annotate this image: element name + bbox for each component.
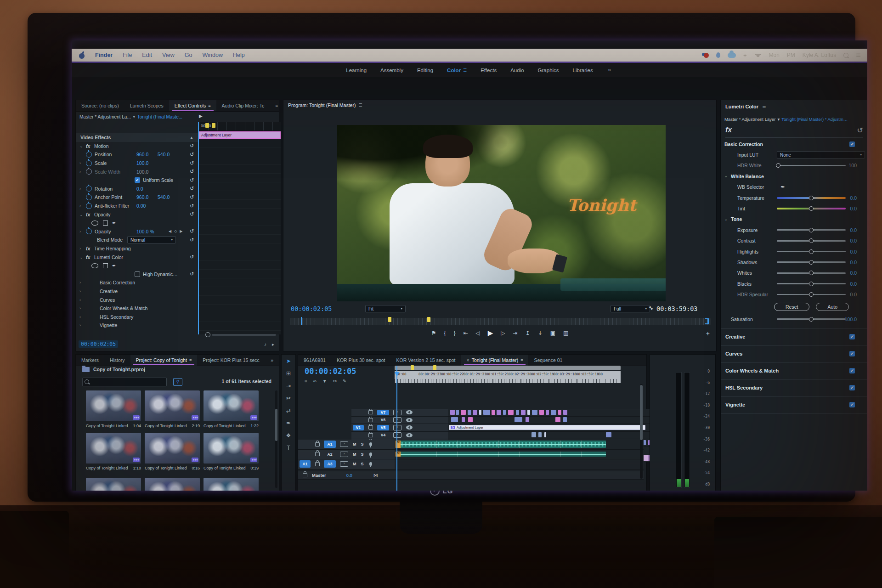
razor-tool[interactable]: ✂ — [282, 392, 295, 404]
param-opacity[interactable]: › Opacity 100.0 % ◀ ◇ ▶ ↺ — [76, 227, 198, 236]
lock-icon[interactable] — [315, 462, 320, 466]
param-uniform-scale[interactable]: ✔ Uniform Scale ↺ — [76, 176, 198, 185]
rect-mask-icon[interactable] — [103, 220, 108, 226]
section-vignette[interactable]: Vignette✔ — [721, 396, 867, 413]
timeline-clip[interactable] — [473, 410, 477, 415]
anti-flicker-value[interactable]: 0.00 — [136, 203, 146, 209]
stopwatch-icon[interactable] — [86, 228, 92, 234]
menu-help[interactable]: Help — [233, 52, 245, 58]
hdr-specular-slider[interactable] — [777, 294, 846, 295]
toggle-track-output-eye-icon[interactable] — [406, 418, 413, 422]
selection-tool[interactable]: ➤ — [282, 355, 295, 367]
clip-thumbnail[interactable] — [86, 478, 141, 491]
master-volume-value[interactable]: 0.0 — [346, 473, 352, 478]
highlights-value[interactable]: 0.0 — [850, 249, 857, 254]
input-lut-dropdown[interactable]: None ▾ — [777, 151, 865, 158]
ellipse-mask-icon[interactable] — [91, 220, 98, 226]
snap-icon[interactable]: ⌗ — [305, 379, 307, 384]
go-to-out-button[interactable]: ⇥ — [513, 330, 518, 336]
comparison-view-button[interactable]: ▥ — [563, 330, 568, 336]
audio-clip[interactable]: fx — [396, 441, 606, 448]
source-patch[interactable] — [353, 410, 364, 415]
clip-thumbnail[interactable] — [145, 478, 200, 491]
scale-width-value[interactable]: 100.0 — [136, 169, 148, 175]
project-item[interactable]: Copy of Tonight Linked...1:22 — [204, 390, 259, 428]
track-name-a1[interactable]: A1 — [324, 441, 336, 448]
track-name-a2[interactable]: A2 — [324, 451, 336, 458]
timeline-clip[interactable] — [606, 432, 611, 437]
effect-controls-tab-chev[interactable]: » — [270, 100, 279, 111]
export-frame-button[interactable]: ▣ — [550, 330, 555, 336]
workspace-overflow-icon[interactable]: » — [608, 67, 611, 73]
effect-controls-clip-header[interactable]: Master * Adjustment La... ▾ Tonight (Fin… — [76, 112, 200, 122]
timeline-clip[interactable] — [503, 410, 506, 415]
workspace-tab-graphics[interactable]: Graphics — [538, 68, 559, 73]
pen-tool[interactable]: ✒ — [282, 417, 295, 429]
reset-icon[interactable]: ↺ — [190, 271, 194, 277]
marker-icon[interactable] — [212, 123, 215, 128]
reset-icon[interactable]: ↺ — [190, 194, 194, 200]
program-ruler[interactable] — [290, 318, 711, 325]
section-curves[interactable]: Curves✔ — [721, 345, 867, 362]
timeline-clip[interactable] — [526, 417, 529, 422]
lumetri-title[interactable]: Lumetri Color ☰ — [725, 104, 766, 109]
effect-controls-timeline[interactable]: 00:00 Adjustment Layer — [198, 122, 281, 334]
effect-opacity-group[interactable]: ⌄ fx Opacity ↺ — [76, 210, 198, 219]
mark-out-button[interactable]: } — [453, 330, 455, 336]
section-color-wheels-match[interactable]: Color Wheels & Match✔ — [721, 362, 867, 379]
lumetri-subsection-basic-correction[interactable]: ›Basic Correction — [76, 278, 198, 287]
reset-button[interactable]: Reset — [774, 303, 809, 311]
resolution-dropdown[interactable]: Full ▾ — [611, 305, 650, 312]
wifi-icon[interactable] — [754, 53, 762, 58]
source-patch[interactable] — [300, 451, 311, 458]
clip-thumbnail[interactable] — [204, 433, 259, 464]
saturation-slider[interactable] — [777, 318, 846, 320]
lumetri-subsection-hsl-secondary[interactable]: ›HSL Secondary — [76, 312, 198, 321]
timeline-clip[interactable] — [563, 417, 567, 422]
checkbox-checked-icon[interactable]: ✔ — [849, 334, 855, 339]
whites-slider[interactable] — [777, 272, 846, 274]
sync-lock-icon[interactable]: › — [393, 432, 401, 438]
checkbox-checked-icon[interactable]: ✔ — [849, 141, 855, 147]
anchor-y-value[interactable]: 540.0 — [158, 194, 170, 200]
video-track-v7[interactable]: V7› — [351, 409, 680, 417]
panel-menu-icon[interactable]: ☰ — [762, 104, 766, 109]
reset-icon[interactable]: ↺ — [190, 160, 194, 166]
step-forward-button[interactable]: ▷ — [501, 330, 505, 336]
twirl-right-icon[interactable]: › — [79, 323, 86, 328]
marker-icon[interactable] — [205, 123, 209, 128]
audio-track-a3[interactable]: A1A3›MS — [298, 459, 644, 469]
blacks-slider[interactable] — [777, 283, 846, 284]
keyframe-toggle-icon[interactable]: ⋈ — [373, 473, 378, 478]
ellipse-mask-icon[interactable] — [91, 263, 98, 268]
project-tab-markers[interactable]: Markers — [76, 355, 104, 366]
plus-icon[interactable]: + — [743, 52, 747, 59]
timeline-tab-kor-version-2-15-sec-spot[interactable]: KOR Version 2 15 sec. spot — [391, 355, 461, 366]
twirl-down-icon[interactable]: ⌄ — [724, 174, 731, 178]
checkbox-checked-icon[interactable]: ✔ — [849, 368, 855, 373]
lift-button[interactable]: ↥ — [526, 330, 530, 336]
effect-motion[interactable]: ⌄ fx Motion ↺ — [76, 142, 198, 151]
voiceover-mic-icon[interactable] — [369, 452, 372, 456]
solo-button[interactable]: S — [361, 442, 364, 447]
toggle-effects-icon[interactable]: ▸ — [272, 342, 274, 347]
linked-selection-icon[interactable]: ∞ — [313, 379, 317, 384]
ec-hscroll-handle[interactable] — [205, 332, 210, 337]
timeline-clip[interactable] — [558, 410, 561, 415]
reset-icon[interactable]: ↺ — [857, 126, 863, 135]
droplet-icon[interactable] — [716, 52, 720, 58]
prev-keyframe-icon[interactable]: ◀ — [169, 229, 171, 233]
project-item[interactable]: Copy of Tonight Linked...2:19 — [145, 390, 200, 428]
blend-mode-dropdown[interactable]: Normal ▾ — [127, 236, 176, 243]
work-area-bar[interactable] — [395, 366, 621, 370]
clip-thumbnail[interactable] — [204, 478, 259, 491]
timeline-ruler[interactable]: 00:0000:00:29:2300:00:59:2200:01:29:2100… — [395, 371, 621, 383]
lumetri-subsection-vignette[interactable]: ›Vignette — [76, 321, 198, 330]
workspace-tab-learning[interactable]: Learning — [346, 68, 367, 73]
lock-icon[interactable] — [368, 418, 373, 422]
reset-icon[interactable]: ↺ — [190, 211, 194, 217]
add-marker-icon[interactable]: ▼ — [322, 379, 327, 384]
timeline-clip[interactable] — [539, 410, 544, 415]
chevron-down-icon[interactable]: ▾ — [133, 115, 135, 119]
track-name-v6[interactable]: V6 — [377, 417, 389, 423]
